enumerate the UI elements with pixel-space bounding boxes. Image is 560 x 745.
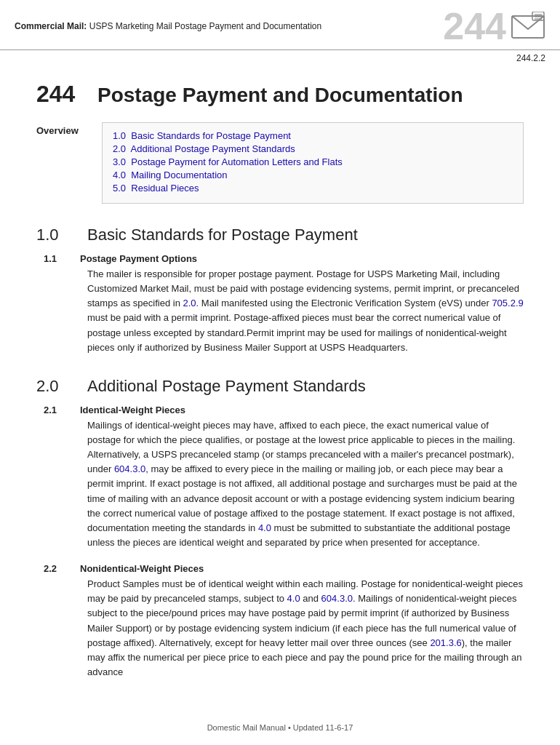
- section-2-number: 2.0: [36, 377, 73, 396]
- subsection-2-2-header: 2.2 Nonidentical-Weight Pieces: [36, 563, 524, 574]
- subsection-1-1-body: The mailer is responsible for proper pos…: [36, 267, 524, 355]
- link-201-3-6[interactable]: 201.3.6: [430, 637, 461, 648]
- overview-label: Overview: [36, 122, 87, 204]
- section-1-heading: 1.0 Basic Standards for Postage Payment: [36, 226, 524, 244]
- subsection-2-1-body: Mailings of identical-weight pieces may …: [36, 418, 524, 550]
- overview-link-3[interactable]: 3.0 Postage Payment for Automation Lette…: [113, 156, 343, 167]
- subsection-2-1-title: Identical-Weight Pieces: [80, 405, 185, 415]
- header-prefix: Commercial Mail:: [15, 21, 87, 31]
- overview-item-2[interactable]: 2.0 Additional Postage Payment Standards: [113, 143, 513, 154]
- subsection-2-1: 2.1 Identical-Weight Pieces Mailings of …: [36, 405, 524, 550]
- link-604-3-0-s2-1[interactable]: 604.3.0: [114, 463, 145, 474]
- subsection-1-1-title: Postage Payment Options: [80, 253, 197, 264]
- link-4-0-s2-2[interactable]: 4.0: [287, 593, 300, 604]
- section-2-title: Additional Postage Payment Standards: [87, 377, 366, 396]
- chapter-title-block: 244 Postage Payment and Documentation: [36, 81, 524, 108]
- subsection-1-1: 1.1 Postage Payment Options The mailer i…: [36, 253, 524, 355]
- subsection-2-1-header: 2.1 Identical-Weight Pieces: [36, 405, 524, 415]
- overview-link-4[interactable]: 4.0 Mailing Documentation: [113, 170, 228, 180]
- overview-item-5[interactable]: 5.0 Residual Pieces: [113, 183, 513, 194]
- footer-text: Domestic Mail Manual • Updated 11-6-17: [207, 723, 353, 732]
- subsection-2-2-number: 2.2: [36, 563, 80, 574]
- subsection-2-2-body: Product Samples must be of identical wei…: [36, 577, 524, 680]
- header-subtitle: USPS Marketing Mail Postage Payment and …: [89, 21, 322, 31]
- subsection-2-1-number: 2.1: [36, 405, 80, 415]
- mail-icon: [511, 12, 545, 41]
- section-2: 2.0 Additional Postage Payment Standards…: [36, 377, 524, 680]
- section-1-title: Basic Standards for Postage Payment: [87, 226, 358, 244]
- overview-link-1[interactable]: 1.0 Basic Standards for Postage Payment: [113, 130, 291, 141]
- main-content: 244 Postage Payment and Documentation Ov…: [0, 81, 560, 722]
- link-604-3-0-s2-2[interactable]: 604.3.0: [321, 593, 353, 604]
- overview-link-5[interactable]: 5.0 Residual Pieces: [113, 183, 199, 194]
- section-2-heading: 2.0 Additional Postage Payment Standards: [36, 377, 524, 396]
- subsection-1-1-header: 1.1 Postage Payment Options: [36, 253, 524, 264]
- subsection-2-2-title: Nonidentical-Weight Pieces: [80, 563, 204, 574]
- overview-box: 1.0 Basic Standards for Postage Payment …: [102, 122, 524, 204]
- chapter-name: Postage Payment and Documentation: [97, 84, 463, 107]
- overview-item-4[interactable]: 4.0 Mailing Documentation: [113, 170, 513, 180]
- header-right: 244: [443, 7, 545, 45]
- link-705-2-9[interactable]: 705.2.9: [492, 298, 523, 308]
- section-1-number: 1.0: [36, 226, 73, 244]
- overview-item-3[interactable]: 3.0 Postage Payment for Automation Lette…: [113, 156, 513, 167]
- page-header: Commercial Mail: USPS Marketing Mail Pos…: [0, 0, 560, 50]
- subsection-1-1-number: 1.1: [36, 253, 80, 264]
- link-4-0-s2-1[interactable]: 4.0: [258, 522, 271, 533]
- subsection-2-2: 2.2 Nonidentical-Weight Pieces Product S…: [36, 563, 524, 680]
- overview-link-2[interactable]: 2.0 Additional Postage Payment Standards: [113, 143, 295, 154]
- overview-item-1[interactable]: 1.0 Basic Standards for Postage Payment: [113, 130, 513, 141]
- link-2-0-s1[interactable]: 2.0: [183, 298, 196, 308]
- section-reference: 244.2.2: [0, 50, 560, 63]
- chapter-number: 244: [36, 81, 80, 108]
- page-footer: Domestic Mail Manual • Updated 11-6-17: [0, 723, 560, 732]
- overview-section: Overview 1.0 Basic Standards for Postage…: [36, 122, 524, 204]
- header-title: Commercial Mail: USPS Marketing Mail Pos…: [15, 21, 321, 31]
- chapter-big-number: 244: [443, 7, 506, 45]
- section-1: 1.0 Basic Standards for Postage Payment …: [36, 226, 524, 355]
